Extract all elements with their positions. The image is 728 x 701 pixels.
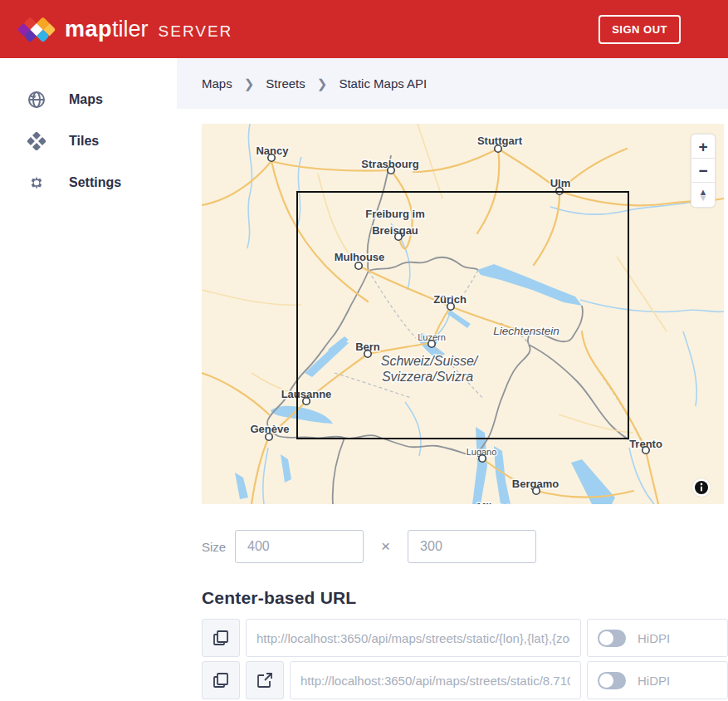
example-url-input[interactable] bbox=[290, 661, 581, 699]
gear-icon bbox=[27, 174, 46, 192]
copy-icon bbox=[213, 672, 229, 689]
breadcrumb-item-maps[interactable]: Maps bbox=[202, 76, 232, 91]
map-preview[interactable]: NancyStrasbourgStuttgartUlmFreiburg imBr… bbox=[202, 124, 724, 504]
brand-product: SERVER bbox=[159, 22, 233, 41]
sign-out-button[interactable]: SIGN OUT bbox=[599, 15, 681, 44]
hidpi-toggle[interactable] bbox=[598, 630, 626, 647]
breadcrumb-item-static-maps-api[interactable]: Static Maps API bbox=[339, 76, 427, 91]
chevron-right-icon: ❯ bbox=[244, 76, 255, 91]
svg-text:Mulhouse: Mulhouse bbox=[335, 251, 385, 263]
attribution-button[interactable] bbox=[692, 478, 711, 497]
height-input[interactable] bbox=[408, 530, 536, 563]
svg-text:Freiburg im: Freiburg im bbox=[365, 208, 425, 220]
external-link-icon bbox=[257, 672, 273, 689]
url-row-example: HiDPI bbox=[202, 661, 728, 699]
svg-text:Liechtenstein: Liechtenstein bbox=[493, 325, 559, 337]
compass-icon: ▲▼ bbox=[699, 189, 708, 199]
zoom-out-button[interactable]: − bbox=[691, 159, 715, 183]
brand-wordmark: maptiler SERVER bbox=[65, 17, 232, 42]
open-url-button[interactable] bbox=[246, 661, 284, 699]
breadcrumb: Maps ❯ Streets ❯ Static Maps API bbox=[177, 58, 728, 109]
copy-url-button[interactable] bbox=[202, 661, 240, 699]
maptiler-logo-icon bbox=[20, 12, 53, 46]
sidebar: Maps Tiles Settings bbox=[0, 58, 177, 701]
sidebar-item-label: Settings bbox=[69, 175, 121, 190]
multiply-icon: × bbox=[381, 537, 390, 556]
brand-light: tiler bbox=[112, 17, 149, 42]
sidebar-item-label: Maps bbox=[69, 92, 103, 107]
info-icon bbox=[694, 480, 709, 495]
zoom-in-button[interactable]: + bbox=[691, 135, 715, 159]
size-label: Size bbox=[202, 540, 235, 554]
size-controls: Size × bbox=[202, 530, 728, 563]
tiles-icon bbox=[27, 132, 46, 150]
app-header: maptiler SERVER SIGN OUT bbox=[0, 0, 728, 58]
compass-button[interactable]: ▲▼ bbox=[691, 183, 715, 207]
sidebar-item-label: Tiles bbox=[69, 134, 99, 149]
hidpi-toggle-group: HiDPI bbox=[587, 661, 728, 699]
sidebar-item-settings[interactable]: Settings bbox=[0, 162, 177, 203]
hidpi-toggle-group: HiDPI bbox=[587, 619, 728, 657]
svg-text:Milano: Milano bbox=[476, 501, 511, 504]
template-url-input[interactable] bbox=[246, 619, 581, 657]
breadcrumb-item-streets[interactable]: Streets bbox=[266, 76, 305, 91]
map-navigation-control: + − ▲▼ bbox=[691, 134, 716, 208]
brand-bold: map bbox=[65, 17, 112, 42]
globe-icon bbox=[27, 91, 46, 109]
hidpi-label: HiDPI bbox=[638, 674, 670, 688]
chevron-right-icon: ❯ bbox=[317, 76, 328, 91]
main-panel: Maps ❯ Streets ❯ Static Maps API bbox=[177, 58, 728, 701]
sidebar-item-maps[interactable]: Maps bbox=[0, 79, 177, 120]
sidebar-item-tiles[interactable]: Tiles bbox=[0, 120, 177, 162]
svg-text:Schweiz/Suisse/: Schweiz/Suisse/ bbox=[381, 354, 479, 368]
center-url-heading: Center-based URL bbox=[202, 588, 728, 608]
copy-url-button[interactable] bbox=[202, 619, 240, 657]
hidpi-label: HiDPI bbox=[638, 631, 670, 645]
svg-text:Svizzera/Svizra: Svizzera/Svizra bbox=[382, 370, 473, 384]
width-input[interactable] bbox=[235, 530, 364, 563]
url-row-template: HiDPI bbox=[202, 619, 728, 657]
hidpi-toggle[interactable] bbox=[598, 672, 626, 689]
copy-icon bbox=[213, 630, 229, 646]
